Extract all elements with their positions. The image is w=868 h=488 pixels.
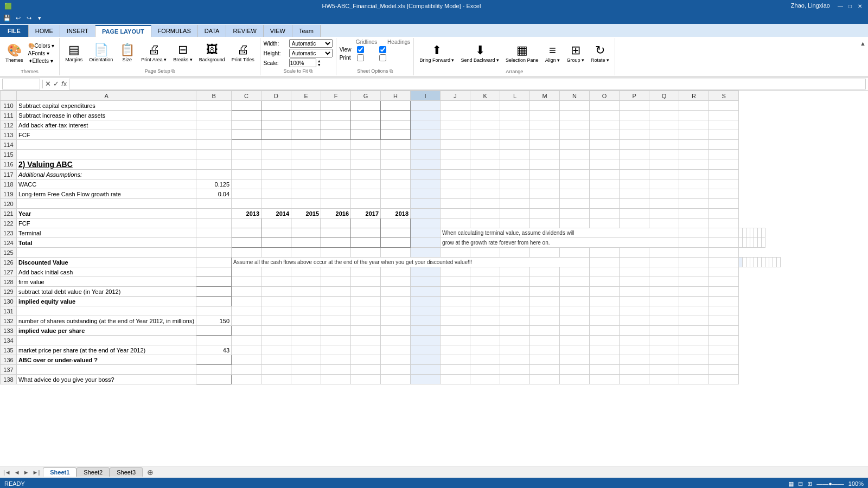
cell-128-R[interactable]: [679, 277, 709, 287]
cell-138-I[interactable]: [411, 375, 441, 384]
cell-129-F[interactable]: [321, 287, 351, 297]
cell-135-P[interactable]: [620, 345, 649, 355]
cell-119-P[interactable]: [620, 189, 649, 199]
cell-120-J[interactable]: [441, 199, 470, 209]
cell-119-I[interactable]: [411, 189, 441, 199]
cell-137-K[interactable]: [470, 365, 500, 375]
cell-125-B[interactable]: [196, 248, 232, 258]
cell-137-E[interactable]: [291, 365, 321, 375]
selection-pane-button[interactable]: ▦ Selection Pane: [503, 43, 541, 64]
cell-123-R[interactable]: [758, 228, 762, 238]
colors-button[interactable]: 🎨 Colors ▾: [27, 42, 56, 49]
sheet-nav-last[interactable]: ►|: [31, 469, 41, 476]
cell-120-P[interactable]: [620, 199, 649, 209]
cell-134-A[interactable]: [17, 336, 196, 345]
headings-view-checkbox[interactable]: [379, 46, 386, 53]
cell-121-P[interactable]: [620, 209, 649, 219]
cell-135-N[interactable]: [560, 345, 590, 355]
cell-114-A[interactable]: [17, 140, 196, 150]
cell-111-O[interactable]: [590, 111, 620, 120]
align-button[interactable]: ≡ Align ▾: [543, 43, 563, 64]
cell-116-S[interactable]: [709, 159, 739, 170]
cell-138-O[interactable]: [590, 375, 620, 384]
breaks-button[interactable]: ⊟ Breaks ▾: [171, 43, 195, 63]
cell-133-A[interactable]: implied value per share: [17, 326, 196, 336]
cell-121-C[interactable]: 2013: [232, 209, 261, 219]
cell-138-Q[interactable]: [649, 375, 679, 384]
scale-input[interactable]: [289, 59, 316, 67]
cell-124-P[interactable]: [750, 238, 754, 248]
cell-115-R[interactable]: [679, 150, 709, 159]
cell-111-N[interactable]: [560, 111, 590, 120]
cell-135-L[interactable]: [500, 345, 530, 355]
cell-122-J[interactable]: [441, 219, 470, 228]
sheet-tab-sheet3[interactable]: Sheet3: [110, 467, 143, 477]
cell-133-S[interactable]: [709, 326, 739, 336]
cell-133-E[interactable]: [291, 326, 321, 336]
cell-120-O[interactable]: [590, 199, 620, 209]
cell-115-G[interactable]: [351, 150, 381, 159]
cell-113-A[interactable]: FCF: [17, 130, 196, 140]
cell-118-E[interactable]: [291, 179, 321, 189]
cell-116-Q[interactable]: [649, 159, 679, 170]
undo-button[interactable]: ↩: [13, 13, 23, 23]
cell-130-K[interactable]: [470, 297, 500, 306]
cell-117-J[interactable]: [441, 170, 470, 179]
cell-118-C[interactable]: [232, 179, 261, 189]
col-header-O[interactable]: O: [590, 91, 620, 101]
cell-122-E[interactable]: [291, 219, 321, 228]
themes-button[interactable]: 🎨 Themes: [3, 43, 25, 64]
cell-132-N[interactable]: [560, 316, 590, 326]
cell-135-F[interactable]: [321, 345, 351, 355]
cell-113-E[interactable]: [291, 130, 321, 140]
cell-129-R[interactable]: [679, 287, 709, 297]
cell-127-P[interactable]: [620, 267, 649, 277]
cell-reference-box[interactable]: I143: [2, 79, 40, 89]
cell-119-A[interactable]: Long-term Free Cash Flow growth rate: [17, 189, 196, 199]
cell-125-H[interactable]: [381, 248, 411, 258]
bring-forward-button[interactable]: ⬆ Bring Forward ▾: [417, 43, 456, 64]
cell-136-K[interactable]: [470, 355, 500, 365]
cell-113-M[interactable]: [530, 130, 560, 140]
cell-126-A[interactable]: Discounted Value: [17, 258, 196, 267]
cell-125-K[interactable]: [470, 248, 500, 258]
cell-128-K[interactable]: [470, 277, 500, 287]
cell-122-C[interactable]: [232, 219, 261, 228]
cell-135-O[interactable]: [590, 345, 620, 355]
cell-111-D[interactable]: [261, 111, 291, 120]
col-header-R[interactable]: R: [679, 91, 709, 101]
cell-119-C[interactable]: [232, 189, 261, 199]
cell-131-E[interactable]: [291, 306, 321, 316]
cell-111-Q[interactable]: [649, 111, 679, 120]
cell-134-K[interactable]: [470, 336, 500, 345]
cell-138-M[interactable]: [530, 375, 560, 384]
cell-119-N[interactable]: [560, 189, 590, 199]
cell-117-Q[interactable]: [649, 170, 679, 179]
cell-116-G[interactable]: [351, 159, 381, 170]
cell-129-B[interactable]: [196, 287, 232, 297]
cell-127-L[interactable]: [500, 267, 530, 277]
col-header-E[interactable]: E: [291, 91, 321, 101]
cell-118-P[interactable]: [620, 179, 649, 189]
cell-128-A[interactable]: firm value: [17, 277, 196, 287]
cell-138-F[interactable]: [321, 375, 351, 384]
cell-111-F[interactable]: [321, 111, 351, 120]
cell-131-I[interactable]: [411, 306, 441, 316]
cell-133-D[interactable]: [261, 326, 291, 336]
cell-113-O[interactable]: [590, 130, 620, 140]
tab-insert[interactable]: INSERT: [60, 25, 95, 37]
cell-131-P[interactable]: [620, 306, 649, 316]
cell-133-O[interactable]: [590, 326, 620, 336]
cell-120-E[interactable]: [291, 199, 321, 209]
cell-135-R[interactable]: [679, 345, 709, 355]
cell-117-K[interactable]: [470, 170, 500, 179]
cell-114-R[interactable]: [679, 140, 709, 150]
cell-117-C[interactable]: [232, 170, 261, 179]
cell-135-I[interactable]: [411, 345, 441, 355]
cell-138-C[interactable]: [232, 375, 261, 384]
cell-113-G[interactable]: [351, 130, 381, 140]
effects-button[interactable]: ✦ Effects ▾: [27, 57, 56, 65]
cell-126-E[interactable]: [620, 258, 649, 267]
cell-115-L[interactable]: [500, 150, 530, 159]
cell-126-I[interactable]: [739, 258, 743, 267]
